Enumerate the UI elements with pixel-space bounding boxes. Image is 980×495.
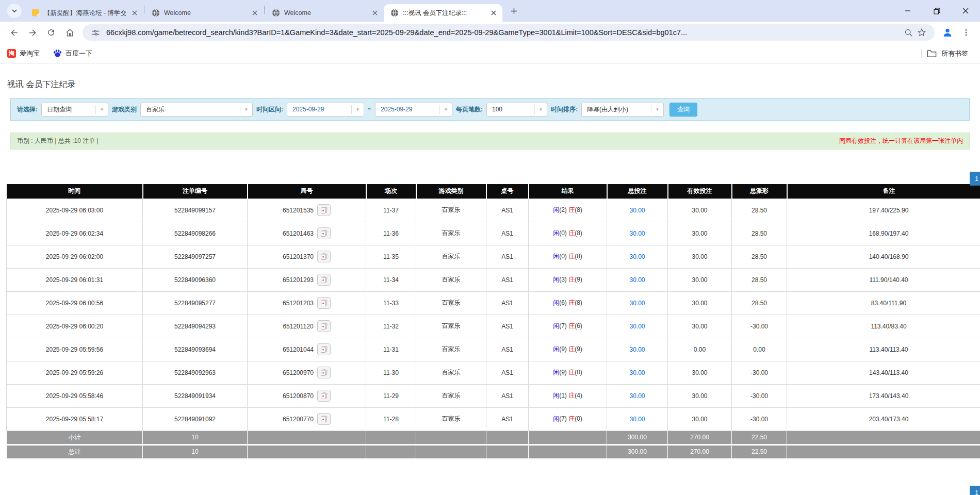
cell-game: 百家乐 (416, 315, 486, 338)
close-icon[interactable] (370, 8, 380, 18)
tune-icon[interactable] (89, 26, 102, 39)
result-player: 闲 (553, 345, 559, 353)
cell-result: 闲(0) 庄(8) (529, 222, 607, 245)
total-bet-link[interactable]: 30.00 (629, 323, 645, 330)
close-icon[interactable] (489, 8, 498, 18)
tab-divider (264, 6, 265, 14)
total-bet-link[interactable]: 30.00 (629, 207, 645, 214)
result-banker-score: (8) (575, 299, 582, 306)
round-number: 651201293 (283, 276, 314, 284)
tab-divider (144, 6, 144, 14)
pagination-page-1-top[interactable]: 1 (970, 172, 980, 186)
total-bet-link[interactable]: 30.00 (629, 276, 645, 284)
cell-result: 闲(1) 庄(4) (529, 384, 607, 407)
cell-bet-id: 522849092963 (143, 361, 248, 384)
tab-welcome-1[interactable]: Welcome (145, 4, 264, 22)
bet-records-table-wrap: 时间 注单编号 局号 场次 游戏类别 桌号 结果 总投注 有效投注 总派彩 备注… (6, 184, 980, 459)
total-bet-link[interactable]: 30.00 (629, 230, 645, 237)
total-bet-link[interactable]: 30.00 (629, 369, 645, 376)
col-header-total-bet: 总投注 (607, 184, 668, 199)
col-header-bet-id: 注单编号 (143, 184, 248, 199)
date-end-select[interactable]: 2025-09-29 ▼ (375, 103, 452, 117)
round-detail-icon[interactable] (317, 320, 331, 332)
result-player-score: (7) (559, 415, 567, 422)
round-number: 651201463 (283, 230, 314, 237)
cell-result: 闲(2) 庄(8) (529, 199, 607, 222)
subtotal-label: 小计 (7, 431, 143, 444)
bookmark-aitaobao[interactable]: 淘 爱淘宝 (7, 49, 40, 58)
cell-session: 11-30 (366, 361, 416, 384)
search-button[interactable]: 查询 (669, 103, 697, 117)
reload-icon (46, 28, 56, 37)
chevron-down-icon: ▼ (95, 105, 108, 114)
reload-button[interactable] (42, 24, 60, 41)
result-banker: 庄 (568, 322, 575, 329)
new-tab-button[interactable] (507, 4, 521, 18)
total-bet-link[interactable]: 30.00 (629, 416, 645, 423)
browser-toolbar: 66cxkj98.com/game/betrecord_search/kind3… (0, 22, 980, 43)
round-detail-icon[interactable] (317, 204, 331, 216)
minimize-button[interactable] (893, 0, 922, 22)
cell-payout: -30.00 (732, 407, 787, 431)
round-number: 651200870 (283, 392, 314, 400)
star-icon[interactable] (915, 26, 928, 39)
sort-select[interactable]: 降幂(由大到小) ▼ (581, 103, 664, 117)
globe-icon (390, 9, 399, 18)
close-icon[interactable] (130, 8, 139, 18)
query-type-select[interactable]: 日期查询 ▼ (41, 103, 108, 117)
cell-session: 11-28 (366, 407, 416, 431)
result-banker: 庄 (568, 276, 575, 283)
tab-haiyan-forum[interactable]: 【新提醒】海燕论坛 - 博学交流 (25, 4, 143, 22)
table-row: 2025-09-29 05:59:26 522849092963 6512009… (7, 361, 980, 384)
menu-button[interactable] (957, 24, 975, 41)
pagination-page-1-bottom[interactable]: 1 (970, 486, 980, 495)
home-button[interactable] (61, 24, 78, 41)
cell-remark: 113.40/113.40 (787, 338, 980, 361)
close-window-button[interactable] (951, 0, 980, 22)
address-bar[interactable]: 66cxkj98.com/game/betrecord_search/kind3… (83, 24, 935, 41)
subtotal-total-bet: 300.00 (607, 431, 668, 444)
url-text: 66cxkj98.com/game/betrecord_search/kind3… (106, 28, 902, 37)
cell-total-bet: 30.00 (607, 361, 668, 384)
cell-time: 2025-09-29 05:58:46 (7, 384, 143, 407)
round-detail-icon[interactable] (317, 274, 331, 286)
date-start-select[interactable]: 2025-09-29 ▼ (287, 103, 364, 117)
round-detail-icon[interactable] (317, 390, 331, 402)
cell-bet-id: 522849097257 (143, 245, 248, 268)
cell-round: 651200970 (248, 361, 366, 384)
total-bet-link[interactable]: 30.00 (629, 300, 645, 307)
round-detail-icon[interactable] (317, 367, 331, 378)
chevron-down-icon: ▼ (240, 105, 252, 114)
round-detail-icon[interactable] (317, 227, 331, 239)
cell-total-bet: 30.00 (607, 291, 668, 315)
back-button[interactable] (5, 24, 23, 41)
close-icon[interactable] (250, 8, 259, 18)
tab-bet-records-active[interactable]: :::视讯 会员下注纪录::: (384, 4, 502, 22)
tab-welcome-2[interactable]: Welcome (265, 4, 384, 22)
bookmark-baidu[interactable]: 百度一下 (53, 49, 92, 58)
game-type-select[interactable]: 百家乐 ▼ (140, 103, 253, 117)
cell-valid-bet: 30.00 (668, 268, 732, 291)
cell-payout: 28.50 (732, 268, 787, 291)
zoom-icon[interactable] (902, 26, 915, 39)
round-detail-icon[interactable] (317, 251, 331, 262)
result-banker-score: (8) (575, 206, 582, 213)
round-detail-icon[interactable] (317, 343, 331, 355)
round-detail-icon[interactable] (317, 413, 331, 425)
cell-time: 2025-09-29 06:02:34 (7, 222, 143, 245)
profile-button[interactable] (939, 24, 956, 41)
total-bet-link[interactable]: 30.00 (629, 253, 645, 260)
result-player: 闲 (553, 392, 559, 399)
round-number: 651201044 (283, 346, 314, 353)
all-bookmarks[interactable]: 所有书签 (921, 43, 968, 64)
restore-button[interactable] (922, 0, 951, 22)
round-detail-icon[interactable] (317, 297, 331, 309)
cell-total-bet: 30.00 (607, 222, 668, 245)
page-size-select[interactable]: 100 ▼ (486, 103, 547, 117)
total-bet-link[interactable]: 30.00 (629, 392, 645, 400)
tab-search-button[interactable] (7, 4, 22, 18)
cell-payout: -30.00 (732, 315, 787, 338)
forward-button[interactable] (24, 24, 41, 41)
date-range-label: 时间区间: (256, 105, 283, 114)
total-bet-link[interactable]: 30.00 (629, 346, 645, 353)
